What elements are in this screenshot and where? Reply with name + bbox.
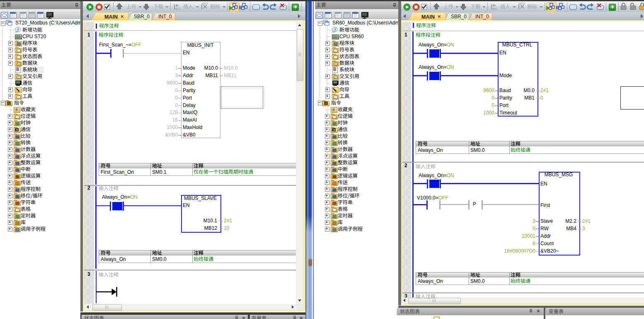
svg-text:HƐO: HƐO (491, 7, 498, 10)
svg-text:HƐO: HƐO (202, 2, 208, 5)
svg-text:?: ? (334, 28, 337, 32)
svg-text:?: ? (17, 28, 19, 32)
svg-text:HƐO: HƐO (174, 7, 181, 10)
svg-text:HƐO: HƐO (519, 2, 525, 5)
